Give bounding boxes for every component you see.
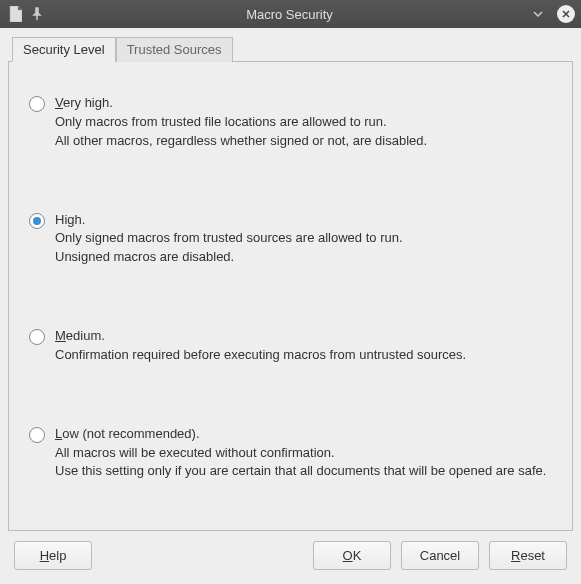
- tab-trusted-sources[interactable]: Trusted Sources: [116, 37, 233, 62]
- close-button[interactable]: [557, 5, 575, 23]
- minimize-icon[interactable]: [529, 5, 547, 23]
- button-bar: Help OK Cancel Reset: [8, 531, 573, 576]
- option-low[interactable]: Low (not recommended). All macros will b…: [29, 425, 552, 482]
- option-medium[interactable]: Medium. Confirmation required before exe…: [29, 327, 552, 365]
- radio-low[interactable]: [29, 427, 45, 443]
- help-button[interactable]: Help: [14, 541, 92, 570]
- option-very-high[interactable]: Very high. Only macros from trusted file…: [29, 94, 552, 151]
- radio-very-high[interactable]: [29, 96, 45, 112]
- option-high[interactable]: High. Only signed macros from trusted so…: [29, 211, 552, 268]
- label-very-high: Very high. Only macros from trusted file…: [55, 94, 427, 151]
- label-medium: Medium. Confirmation required before exe…: [55, 327, 466, 365]
- label-low: Low (not recommended). All macros will b…: [55, 425, 546, 482]
- document-icon: [6, 5, 24, 23]
- ok-button[interactable]: OK: [313, 541, 391, 570]
- window-title: Macro Security: [50, 7, 529, 22]
- titlebar: Macro Security: [0, 0, 581, 28]
- reset-button[interactable]: Reset: [489, 541, 567, 570]
- tab-content: Very high. Only macros from trusted file…: [8, 61, 573, 531]
- cancel-button[interactable]: Cancel: [401, 541, 479, 570]
- tab-bar: Security Level Trusted Sources: [8, 36, 573, 61]
- dialog-body: Security Level Trusted Sources Very high…: [0, 28, 581, 584]
- pin-icon[interactable]: [28, 5, 46, 23]
- label-high: High. Only signed macros from trusted so…: [55, 211, 403, 268]
- radio-medium[interactable]: [29, 329, 45, 345]
- tab-security-level[interactable]: Security Level: [12, 37, 116, 62]
- radio-high[interactable]: [29, 213, 45, 229]
